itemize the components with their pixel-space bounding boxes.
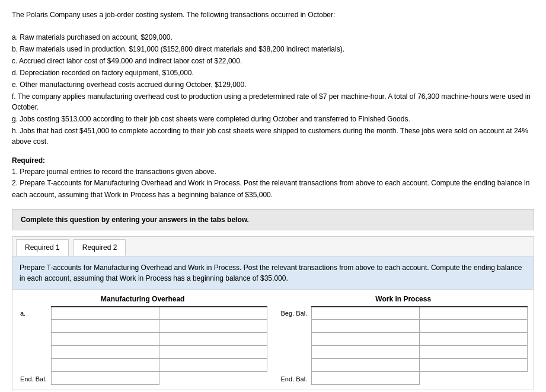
transaction-h: h. Jobs that had cost $451,000 to comple… [12,126,534,147]
wip-table: Beg. Bal. [279,306,528,385]
mfg-row-5-credit[interactable] [159,359,267,372]
required-title: Required: [12,155,534,166]
tabs-header: Required 1 Required 2 [12,237,534,256]
wip-row-3-debit[interactable] [312,333,420,346]
mfg-row-4-debit[interactable] [51,346,159,359]
wip-row-3-credit[interactable] [420,333,528,346]
mfg-row-a-label: a. [18,307,51,320]
mfg-row-a-debit[interactable] [51,307,159,320]
table-row [279,333,528,346]
tabs-container: Required 1 Required 2 Prepare T-accounts… [12,236,534,391]
work-in-process-account: Work in Process Beg. Bal. [279,295,528,385]
required-item-2: 2. Prepare T-accounts for Manufacturing … [12,178,534,200]
wip-row-4-credit[interactable] [420,346,528,359]
table-row [18,359,267,372]
mfg-row-2-debit[interactable] [51,320,159,333]
transaction-d: d. Depreciation recorded on factory equi… [12,68,534,78]
table-row [279,320,528,333]
mfg-overhead-table: a. [18,306,267,385]
problem-intro-section: The Polaris Company uses a job-order cos… [12,9,534,147]
tab-description: Prepare T-accounts for Manufacturing Ove… [20,264,522,282]
mfg-row-3-debit[interactable] [51,333,159,346]
wip-row-5-credit[interactable] [420,359,528,372]
wip-row-2-credit[interactable] [420,320,528,333]
transaction-c: c. Accrued direct labor cost of $49,000 … [12,56,534,66]
wip-row-beg-label: Beg. Bal. [279,307,312,320]
instruction-box: Complete this question by entering your … [12,209,534,230]
table-row [18,333,267,346]
t-accounts-area: Manufacturing Overhead [12,290,534,390]
t-accounts-wrapper: Manufacturing Overhead [18,295,528,385]
mfg-row-2-credit[interactable] [159,320,267,333]
transaction-g: g. Jobs costing $513,000 according to th… [12,114,534,124]
mfg-row-5-debit[interactable] [51,359,159,372]
table-row [279,359,528,372]
table-row [18,320,267,333]
required-item-1: 1. Prepare journal entries to record the… [12,166,534,178]
wip-row-beg-debit[interactable] [312,307,420,320]
mfg-end-bal-debit[interactable] [51,372,159,385]
mfg-overhead-title: Manufacturing Overhead [18,295,267,303]
wip-end-bal-debit[interactable] [312,372,420,385]
tab-content-required-2: Prepare T-accounts for Manufacturing Ove… [12,256,534,290]
intro-text: The Polaris Company uses a job-order cos… [12,9,534,20]
mfg-end-bal-label: End. Bal. [18,372,51,385]
wip-row-5-debit[interactable] [312,359,420,372]
tab-required-1[interactable]: Required 1 [16,239,69,256]
wip-row-4-debit[interactable] [312,346,420,359]
mfg-end-bal-spacer [159,372,267,385]
table-row [279,346,528,359]
manufacturing-overhead-account: Manufacturing Overhead [18,295,267,385]
instruction-text: Complete this question by entering your … [21,216,249,224]
wip-end-bal-label: End. Bal. [279,372,312,385]
transaction-b: b. Raw materials used in production, $19… [12,44,534,54]
table-row [18,346,267,359]
wip-end-bal-spacer [420,372,528,385]
end-balance-row: End. Bal. [279,372,528,385]
mfg-row-3-credit[interactable] [159,333,267,346]
transaction-a: a. Raw materials purchased on account, $… [12,32,534,43]
table-row: Beg. Bal. [279,307,528,320]
transaction-f: f. The company applies manufacturing ove… [12,91,534,113]
wip-row-2-debit[interactable] [312,320,420,333]
required-section: Required: 1. Prepare journal entries to … [12,155,534,201]
mfg-row-a-credit[interactable] [159,307,267,320]
transaction-e: e. Other manufacturing overhead costs ac… [12,79,534,90]
wip-title: Work in Process [279,295,528,303]
mfg-row-4-credit[interactable] [159,346,267,359]
end-balance-row: End. Bal. [18,372,267,385]
wip-row-beg-credit[interactable] [420,307,528,320]
table-row: a. [18,307,267,320]
tab-required-2[interactable]: Required 2 [74,239,126,256]
